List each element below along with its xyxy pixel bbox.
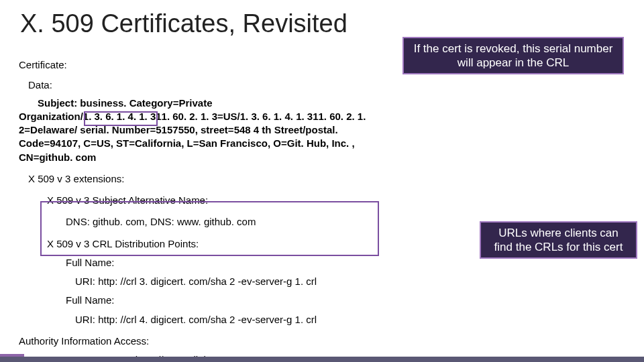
extensions-label: X 509 v 3 extensions: (28, 172, 644, 186)
data-label: Data: (28, 78, 644, 92)
fullname2-label: Full Name: (66, 294, 644, 307)
aia-label: Authority Information Access: (19, 335, 644, 348)
subject-line1: Subject: business. Category=Private (38, 97, 644, 110)
callout-serial-crl: If the cert is revoked, this serial numb… (402, 37, 624, 74)
san-label: X 509 v 3 Subject Alternative Name: (47, 194, 644, 207)
crl-uri1: URI: http: //crl 3. digicert. com/sha 2 … (75, 275, 644, 288)
subject-line-rest: Organization/1. 3. 6. 1. 4. 1. 311. 60. … (19, 110, 394, 164)
slide-body: Certificate: Data: Subject: business. Ca… (0, 58, 644, 362)
footer-bar (0, 357, 644, 362)
callout-crl-urls-text: URLs where clients can find the CRLs for… (489, 226, 628, 255)
crl-uri2: URI: http: //crl 4. digicert. com/sha 2 … (75, 313, 644, 326)
slide-title: X. 509 Certificates, Revisited (20, 9, 644, 38)
callout-serial-crl-text: If the cert is revoked, this serial numb… (412, 42, 614, 70)
callout-crl-urls: URLs where clients can find the CRLs for… (480, 221, 637, 259)
